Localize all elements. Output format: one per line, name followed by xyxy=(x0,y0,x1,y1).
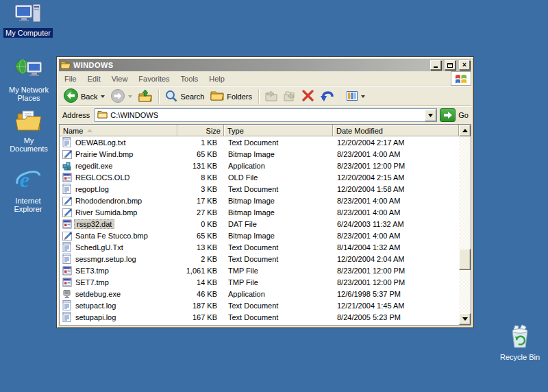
file-type-icon xyxy=(62,184,72,194)
menu-edit[interactable]: Edit xyxy=(82,75,106,83)
file-date-modified: 8/23/2001 4:00 AM xyxy=(333,232,459,240)
file-date-modified: 12/20/2004 2:04 AM xyxy=(333,255,459,263)
explorer-window: WINDOWS × File Edit View Favorites Tools… xyxy=(56,56,474,328)
column-headers: Name Size Type Date Modified xyxy=(60,125,459,136)
forward-button[interactable] xyxy=(108,88,135,105)
menu-tools[interactable]: Tools xyxy=(175,75,204,83)
delete-icon xyxy=(302,90,314,103)
copy-to-button[interactable] xyxy=(281,90,299,103)
column-header-name[interactable]: Name xyxy=(60,125,177,136)
file-date-modified: 6/24/2003 11:32 AM xyxy=(333,220,459,228)
file-name-cell: River Sumida.bmp xyxy=(60,207,177,217)
maximize-button[interactable] xyxy=(445,60,456,70)
file-row[interactable]: SET7.tmp 14 KB TMP File 8/23/2001 12:00 … xyxy=(60,276,459,288)
scrollbar-thumb[interactable] xyxy=(459,249,471,270)
file-row[interactable]: Rhododendron.bmp 17 KB Bitmap Image 8/23… xyxy=(60,195,459,206)
back-dropdown-icon[interactable] xyxy=(101,95,105,98)
file-row[interactable]: REGLOCS.OLD 8 KB OLD File 12/20/2004 2:1… xyxy=(60,171,459,183)
file-name: regopt.log xyxy=(74,185,110,193)
column-header-type[interactable]: Type xyxy=(224,125,333,136)
file-type: Text Document xyxy=(224,138,333,147)
desktop-icon-my-documents[interactable]: My Documents xyxy=(2,108,55,154)
file-row[interactable]: setupapi.log 167 KB Text Document 8/24/2… xyxy=(60,311,459,323)
column-header-date-modified[interactable]: Date Modified xyxy=(333,125,459,136)
vertical-scrollbar[interactable] xyxy=(459,125,471,325)
file-name: rssp32.dat xyxy=(74,219,114,229)
file-size: 13 KB xyxy=(177,243,224,252)
go-label: Go xyxy=(458,111,469,119)
file-type: Bitmap Image xyxy=(224,232,333,240)
menu-help[interactable]: Help xyxy=(203,75,230,83)
file-list: OEWABLog.txt 1 KB Text Document 12/20/20… xyxy=(60,136,459,325)
desktop-icon-label: My Documents xyxy=(2,136,55,154)
menu-favorites[interactable]: Favorites xyxy=(133,75,175,83)
address-dropdown-button[interactable] xyxy=(425,109,436,121)
file-type-icon xyxy=(62,277,72,287)
column-header-size[interactable]: Size xyxy=(177,125,224,136)
desktop-icon-recycle-bin[interactable]: Recycle Bin xyxy=(493,323,547,362)
file-row[interactable]: Santa Fe Stucco.bmp 65 KB Bitmap Image 8… xyxy=(60,230,459,241)
file-row[interactable]: sessmgr.setup.log 2 KB Text Document 12/… xyxy=(60,253,459,265)
file-name: setupapi.log xyxy=(74,313,117,321)
file-row[interactable]: SET3.tmp 1,061 KB TMP File 8/23/2001 12:… xyxy=(60,265,459,276)
address-input[interactable]: C:\WINDOWS xyxy=(95,108,437,122)
search-button[interactable]: Search xyxy=(162,89,207,104)
file-name-cell: Prairie Wind.bmp xyxy=(60,149,177,159)
desktop-icon-my-computer[interactable]: My Computer xyxy=(1,2,55,38)
delete-button[interactable] xyxy=(299,89,316,103)
file-size: 8 KB xyxy=(177,173,224,182)
back-button[interactable]: Back xyxy=(61,88,108,105)
file-row[interactable]: OEWABLog.txt 1 KB Text Document 12/20/20… xyxy=(60,136,459,148)
file-name-cell: SET7.tmp xyxy=(60,277,177,287)
scroll-up-button[interactable] xyxy=(459,125,471,136)
file-date-modified: 12/20/2004 1:58 AM xyxy=(333,185,459,193)
file-name-cell: setupapi.log xyxy=(60,312,177,322)
file-type: Text Document xyxy=(224,185,333,193)
go-button[interactable] xyxy=(440,108,456,122)
file-name-cell: OEWABLog.txt xyxy=(60,137,177,147)
address-bar: Address C:\WINDOWS Go xyxy=(59,106,471,124)
file-row[interactable]: rssp32.dat 0 KB DAT File 6/24/2003 11:32… xyxy=(60,218,459,230)
move-to-button[interactable] xyxy=(262,90,280,103)
file-type-icon xyxy=(62,300,72,310)
scroll-down-button[interactable] xyxy=(459,313,471,325)
folders-button[interactable]: Folders xyxy=(208,90,255,103)
file-row[interactable]: regopt.log 3 KB Text Document 12/20/2004… xyxy=(60,183,459,195)
file-date-modified: 8/23/2001 12:00 PM xyxy=(333,278,459,286)
file-date-modified: 8/23/2001 12:00 PM xyxy=(333,162,459,170)
menu-file[interactable]: File xyxy=(59,75,82,83)
file-row[interactable]: setdebug.exe 46 KB Application 12/6/1998… xyxy=(60,288,459,299)
file-row[interactable]: SchedLgU.Txt 13 KB Text Document 8/14/20… xyxy=(60,241,459,253)
file-size: 167 KB xyxy=(177,313,224,321)
file-name: OEWABLog.txt xyxy=(74,138,127,147)
file-row[interactable]: regedit.exe 131 KB Application 8/23/2001… xyxy=(60,160,459,171)
file-name: SET3.tmp xyxy=(74,267,110,275)
undo-icon xyxy=(320,90,334,103)
file-name-cell: SchedLgU.Txt xyxy=(60,242,177,252)
file-size: 65 KB xyxy=(177,150,224,158)
file-size: 27 KB xyxy=(177,208,224,217)
folders-icon xyxy=(210,90,224,102)
menu-view[interactable]: View xyxy=(106,75,134,83)
file-type-icon xyxy=(62,254,72,264)
desktop-icon-my-network-places[interactable]: My Network Places xyxy=(2,58,55,103)
minimize-button[interactable] xyxy=(430,60,441,70)
views-button[interactable] xyxy=(344,90,368,103)
close-button[interactable]: × xyxy=(459,60,470,70)
file-row[interactable]: River Sumida.bmp 27 KB Bitmap Image 8/23… xyxy=(60,206,459,218)
toolbar-separator xyxy=(258,89,259,103)
file-size: 46 KB xyxy=(177,290,224,298)
recycle-bin-icon xyxy=(493,323,547,351)
title-bar[interactable]: WINDOWS × xyxy=(59,59,471,71)
file-row[interactable]: setupact.log 187 KB Text Document 12/21/… xyxy=(60,299,459,311)
forward-dropdown-icon[interactable] xyxy=(128,95,132,98)
forward-icon xyxy=(111,89,125,104)
file-date-modified: 8/24/2005 5:23 PM xyxy=(333,313,459,321)
views-dropdown-icon[interactable] xyxy=(361,95,365,98)
undo-button[interactable] xyxy=(317,89,336,104)
file-name-cell: REGLOCS.OLD xyxy=(60,172,177,182)
desktop-icon-internet-explorer[interactable]: e Internet Explorer xyxy=(5,167,51,214)
file-row[interactable]: Prairie Wind.bmp 65 KB Bitmap Image 8/23… xyxy=(60,148,459,160)
file-type-icon xyxy=(62,137,72,147)
up-button[interactable] xyxy=(136,88,155,104)
